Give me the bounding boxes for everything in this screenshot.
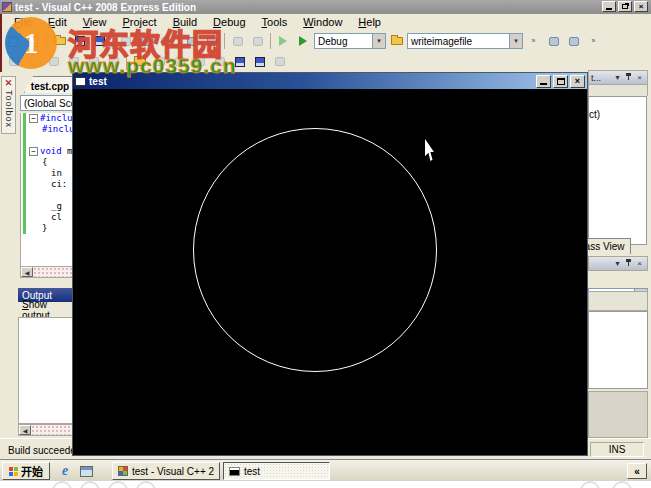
main-titlebar[interactable]: test - Visual C++ 2008 Express Edition: [0, 0, 651, 14]
taskbar-button-vs[interactable]: test - Visual C++ 2008 E...: [112, 462, 220, 480]
solution-explorer-header[interactable]: t... ▾ ×: [588, 70, 648, 85]
toolbox-label: Toolbox: [4, 90, 14, 128]
menu-help[interactable]: Help: [350, 15, 389, 29]
save-all-button[interactable]: [90, 32, 109, 50]
bottom-strip: [0, 481, 651, 488]
scroll-left-icon[interactable]: ◀: [21, 267, 33, 277]
editor-tab-testcpp[interactable]: test.cpp: [24, 76, 76, 93]
paste-button[interactable]: [156, 32, 175, 50]
solution-explorer-toolbar: [588, 85, 648, 96]
start-without-debugging-button[interactable]: [274, 32, 293, 50]
clear-bookmarks-button[interactable]: [250, 53, 269, 71]
undo-button[interactable]: [182, 32, 201, 50]
notification-collapse-button[interactable]: «: [627, 463, 647, 479]
start-button[interactable]: 开始: [2, 462, 50, 480]
next-bookmark-button[interactable]: [210, 53, 229, 71]
quick-info-button[interactable]: [44, 53, 63, 71]
code-editor[interactable]: −#inclu #inclu −void m { in ci: _g cl }: [20, 113, 76, 266]
graphics-maximize-button[interactable]: [553, 75, 568, 88]
find-combo-value: writeimagefile: [411, 36, 472, 47]
fold-minus-icon[interactable]: −: [29, 147, 38, 156]
scope-combo[interactable]: (Global Scop: [20, 95, 76, 111]
copy-button[interactable]: [136, 32, 155, 50]
navigate-back-button[interactable]: [228, 32, 247, 50]
navigate-forward-button[interactable]: [248, 32, 267, 50]
add-item-button[interactable]: [24, 32, 43, 50]
open-file-button[interactable]: [50, 32, 69, 50]
bookmark-icon: [569, 37, 579, 46]
toolbar-overflow-button-2[interactable]: »: [584, 32, 603, 50]
chevron-down-icon[interactable]: ▾: [372, 34, 385, 48]
console-window-icon: [229, 467, 240, 476]
bookmark-button[interactable]: [564, 32, 583, 50]
menu-build[interactable]: Build: [165, 15, 205, 29]
auto-hide-pin-icon[interactable]: [623, 258, 634, 269]
increase-indent-button[interactable]: [104, 53, 123, 71]
output-horizontal-scrollbar[interactable]: ◀: [18, 424, 76, 436]
fold-minus-icon[interactable]: −: [29, 114, 38, 123]
word-completion-button[interactable]: [64, 53, 83, 71]
toolbar-overflow-button[interactable]: »: [524, 32, 543, 50]
decrease-indent-button[interactable]: [84, 53, 103, 71]
toolbox-tab[interactable]: ✕ Toolbox: [1, 76, 16, 134]
undo-checkout-button[interactable]: [170, 53, 189, 71]
close-button[interactable]: ×: [634, 1, 648, 12]
solution-explorer-tree[interactable]: ct): [588, 96, 647, 245]
redo-button[interactable]: [202, 32, 221, 50]
copy-icon: [141, 37, 151, 46]
close-panel-icon[interactable]: ×: [634, 258, 645, 269]
app-icon: [2, 2, 12, 12]
solution-configurations-value: Debug: [318, 36, 347, 47]
uncomment-button[interactable]: [150, 53, 169, 71]
scroll-left-icon[interactable]: ◀: [19, 425, 31, 435]
cut-button[interactable]: [116, 32, 135, 50]
toggle-bookmark-button[interactable]: [190, 53, 209, 71]
start-debugging-button[interactable]: [294, 32, 313, 50]
graphics-minimize-button[interactable]: [536, 75, 551, 88]
minimize-button[interactable]: [602, 1, 616, 12]
text-editor-toolbar: [0, 52, 651, 71]
new-project-button[interactable]: [4, 32, 23, 50]
auto-hide-pin-icon[interactable]: [623, 72, 634, 83]
menu-debug[interactable]: Debug: [205, 15, 253, 29]
code-line: #inclu: [21, 124, 76, 135]
window-position-chevron-icon[interactable]: ▾: [612, 72, 623, 83]
chevron-down-icon[interactable]: ▾: [509, 34, 522, 48]
redo-icon: [207, 37, 217, 46]
menu-tools[interactable]: Tools: [254, 15, 296, 29]
ie-quicklaunch-button[interactable]: e: [57, 463, 73, 479]
solution-configurations-combo[interactable]: Debug ▾: [314, 33, 386, 49]
menu-window[interactable]: Window: [295, 15, 350, 29]
save-button[interactable]: [70, 32, 89, 50]
graphics-close-button[interactable]: ×: [570, 75, 585, 88]
window-position-chevron-icon[interactable]: ▾: [612, 258, 623, 269]
show-output-label-row: Show output: [18, 303, 76, 316]
editor-horizontal-scrollbar[interactable]: ◀: [20, 266, 76, 278]
taskbar-button-vs-label: test - Visual C++ 2008 E...: [132, 466, 214, 477]
find-combo[interactable]: writeimagefile ▾: [407, 33, 523, 49]
code-line: {: [21, 157, 76, 168]
bookmarks-window-button[interactable]: [270, 53, 289, 71]
properties-grid[interactable]: [588, 311, 648, 389]
menu-view[interactable]: View: [75, 15, 115, 29]
properties-panel-header[interactable]: ▾ ×: [588, 256, 648, 271]
find-symbol-button[interactable]: [544, 32, 563, 50]
show-desktop-button[interactable]: [78, 463, 94, 479]
close-panel-icon[interactable]: ×: [634, 72, 645, 83]
class-view-tab-label: ass View: [585, 241, 625, 252]
graphics-window-titlebar[interactable]: test ×: [73, 73, 587, 89]
comment-button[interactable]: [130, 53, 149, 71]
menu-edit[interactable]: Edit: [40, 15, 75, 29]
menu-file[interactable]: File: [6, 15, 40, 29]
output-content[interactable]: [18, 317, 76, 424]
find-in-files-button[interactable]: [387, 32, 406, 50]
taskbar-button-test[interactable]: test: [223, 462, 330, 480]
restore-button[interactable]: [618, 1, 632, 12]
display-object-member-list-button[interactable]: [4, 53, 23, 71]
parameter-info-button[interactable]: [24, 53, 43, 71]
menu-project[interactable]: Project: [114, 15, 164, 29]
desktop-icon: [80, 466, 93, 477]
code-line: −void m: [21, 146, 76, 157]
desktop: test - Visual C++ 2008 Express Edition ×…: [0, 0, 651, 488]
previous-bookmark-button[interactable]: [230, 53, 249, 71]
